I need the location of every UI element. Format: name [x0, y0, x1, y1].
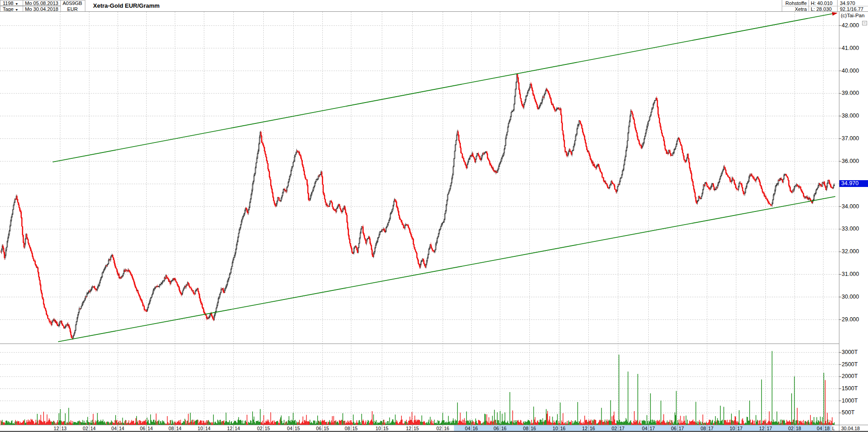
last-price-badge: 34.970	[839, 180, 868, 187]
volume-tick-label: 1000T	[842, 398, 858, 404]
price-tick-label: 39.000	[842, 90, 859, 96]
date-tick-month: 04	[286, 426, 292, 431]
date-tick-year: 14	[119, 426, 124, 431]
candle-bodies-down	[0, 74, 833, 339]
date-tick-month: 12	[581, 426, 587, 431]
last-date-label: 30.04.18	[841, 426, 860, 431]
price-tick-label: 33.000	[842, 226, 859, 232]
price-tick-label: 32.000	[842, 248, 859, 255]
date-tick-month: 12	[405, 426, 411, 431]
date-tick-month: 08	[522, 426, 528, 431]
date-tick-year: 16	[444, 426, 449, 431]
date-tick-year: 15	[352, 426, 358, 431]
date-tick-month: 10	[729, 426, 735, 431]
price-tick-label: 36.000	[842, 158, 859, 164]
last-marker: L	[832, 426, 835, 431]
date-tick-year: 13	[61, 426, 67, 431]
date-tick-year: 18	[824, 426, 830, 431]
date-tick-month: 04	[110, 426, 117, 431]
date-tick-year: 14	[90, 426, 96, 431]
date-tick-month: 06	[315, 426, 321, 431]
date-tick-year: 17	[767, 426, 772, 431]
price-tick-label: 30.000	[842, 294, 859, 300]
price-tick-label: 34.000	[842, 203, 859, 210]
volume-tick-label: 500T	[842, 409, 855, 416]
date-tick-month: 08	[168, 426, 174, 431]
date-tick-year: 17	[708, 426, 714, 431]
date-tick-month: 12	[226, 426, 232, 431]
date-tick-year: 16	[501, 426, 507, 431]
date-tick-month: 08	[344, 426, 350, 431]
date-tick-month: 08	[700, 426, 706, 431]
date-tick-year: 15	[295, 426, 300, 431]
volume-tick-label: 1500T	[842, 385, 858, 392]
date-tick-month: 04	[816, 426, 822, 431]
date-tick-month: 04	[641, 426, 647, 431]
date-tick-year: 17	[679, 426, 684, 431]
date-tick-year: 17	[619, 426, 625, 431]
volume-tick-label: 3000T	[842, 349, 858, 355]
date-tick-year: 15	[414, 426, 419, 431]
tai-pan-chart-window: 1198▼ Tage▼ Mo 05.08.2013 Mo 30.04.2018 …	[0, 0, 868, 432]
date-tick-month: 02	[82, 426, 88, 431]
date-tick-month: 10	[197, 426, 203, 431]
price-tick-label: 41.000	[842, 45, 859, 51]
date-tick-year: 17	[737, 426, 743, 431]
price-tick-label: 42.000	[842, 22, 859, 29]
date-tick-month: 04	[464, 426, 470, 431]
date-tick-month: 10	[375, 426, 381, 431]
date-tick-year: 14	[148, 426, 153, 431]
date-tick-year: 16	[473, 426, 478, 431]
date-tick-month: 12	[758, 426, 764, 431]
price-tick-label: 29.000	[842, 316, 859, 323]
volume-tick-label: 2000T	[842, 373, 858, 379]
date-tick-year: 16	[590, 426, 595, 431]
date-tick-year: 17	[650, 426, 655, 431]
date-tick-month: 06	[670, 426, 676, 431]
price-chart-svg	[0, 0, 868, 432]
date-tick-year: 15	[324, 426, 329, 431]
date-tick-month: 02	[611, 426, 617, 431]
price-tick-label: 38.000	[842, 113, 859, 119]
price-tick-label: 40.000	[842, 68, 859, 74]
trendline-arrow-icon	[832, 12, 838, 16]
date-tick-month: 02	[435, 426, 442, 431]
grid-vertical	[60, 12, 824, 425]
date-tick-year: 15	[383, 426, 389, 431]
date-tick-year: 18	[796, 426, 801, 431]
date-tick-year: 14	[235, 426, 240, 431]
date-tick-month: 02	[787, 426, 794, 431]
date-tick-year: 16	[560, 426, 566, 431]
date-tick-year: 14	[176, 426, 182, 431]
collapse-panel-icon[interactable]: −	[862, 21, 867, 25]
date-tick-month: 02	[256, 426, 262, 431]
trend-channel-lower	[58, 196, 835, 342]
date-tick-month: 06	[139, 426, 145, 431]
volume-bars-down	[1, 380, 832, 425]
copyright-label: (c)Tai-Pan	[841, 13, 864, 18]
volume-tick-label: 2500T	[842, 361, 858, 368]
candle-bodies-up	[1, 74, 835, 339]
date-tick-year: 16	[531, 426, 536, 431]
price-tick-label: 37.000	[842, 135, 859, 142]
date-tick-month: 10	[552, 426, 558, 431]
volume-bars-up	[2, 351, 834, 425]
date-tick-month: 06	[493, 426, 499, 431]
date-tick-year: 14	[205, 426, 211, 431]
price-tick-label: 31.000	[842, 271, 859, 277]
date-tick-year: 15	[265, 426, 270, 431]
date-tick-month: 12	[53, 426, 59, 431]
trend-channel-upper	[53, 13, 835, 162]
